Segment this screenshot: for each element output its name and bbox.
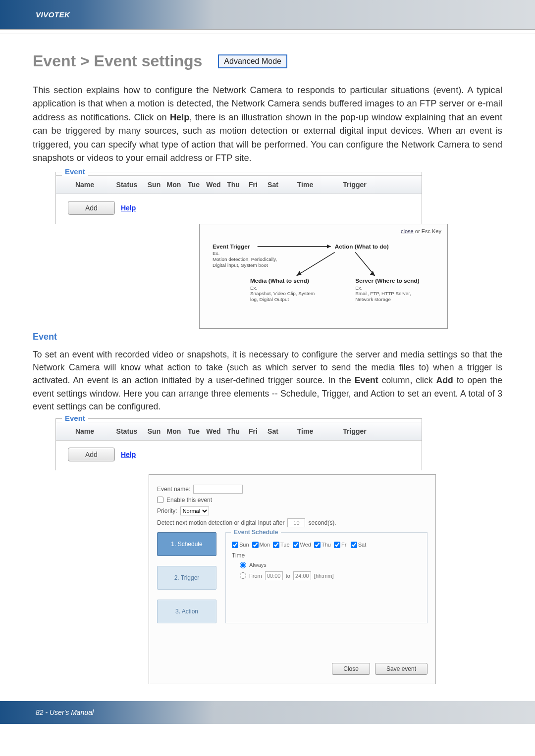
day-sat-checkbox[interactable]	[351, 542, 357, 548]
close-suffix: or Esc Key	[414, 228, 441, 234]
col2-trigger: Trigger	[327, 427, 382, 435]
event-section-heading: Event	[33, 332, 502, 342]
col2-status: Status	[109, 427, 144, 435]
intro-help-bold: Help	[170, 112, 190, 122]
step-schedule-label: 1. Schedule	[171, 541, 202, 548]
header-band: VIVOTEK	[0, 0, 535, 30]
time-always-label: Always	[249, 562, 267, 568]
event-name-input[interactable]	[193, 485, 243, 494]
day-tue: Tue	[280, 542, 290, 548]
time-to-input[interactable]	[293, 571, 311, 580]
event-name-label: Event name:	[157, 486, 190, 493]
col-thu: Thu	[223, 181, 243, 189]
time-label: Time	[232, 552, 421, 559]
day-thu: Thu	[321, 542, 331, 548]
day-mon-checkbox[interactable]	[252, 542, 259, 548]
event-schedule-panel: Event Schedule Sun Mon Tue Wed Thu Fri S…	[225, 532, 428, 623]
time-to-label: to	[286, 573, 290, 579]
day-fri: Fri	[341, 542, 348, 548]
step-action[interactable]: 3. Action	[157, 600, 216, 623]
event-flow-diagram: Event Trigger Ex. Motion detection, Peri…	[209, 232, 438, 316]
svg-text:Network storage: Network storage	[355, 297, 391, 302]
diag-trigger-ex: Ex.	[213, 251, 219, 256]
detect-label-b: second(s).	[308, 519, 336, 526]
advanced-mode-badge: Advanced Mode	[218, 54, 287, 68]
svg-line-2	[297, 252, 335, 275]
popup-close[interactable]: close or Esc Key	[401, 228, 441, 234]
p2-add-bold: Add	[436, 375, 453, 385]
detect-label-a: Detect next motion detection or digital …	[157, 519, 284, 526]
priority-label: Priority:	[157, 507, 177, 514]
event-config-popup: Event name: Enable this event Priority: …	[149, 474, 436, 684]
col-time: Time	[283, 181, 327, 189]
day-fri-checkbox[interactable]	[334, 542, 340, 548]
col-name: Name	[60, 181, 109, 189]
time-always-radio[interactable]	[240, 562, 246, 568]
col2-sat: Sat	[263, 427, 283, 435]
col-tue: Tue	[184, 181, 204, 189]
col2-time: Time	[283, 427, 327, 435]
col2-mon: Mon	[164, 427, 184, 435]
event-panel-2: Event Name Status Sun Mon Tue Wed Thu Fr…	[55, 418, 422, 470]
diag-trigger-title: Event Trigger	[213, 243, 250, 250]
diag-trigger-detail1: Motion detection, Periodically,	[213, 256, 277, 262]
event-table-header: Name Status Sun Mon Tue Wed Thu Fri Sat …	[56, 175, 422, 194]
detect-seconds-input[interactable]	[287, 518, 305, 527]
priority-select[interactable]: Normal	[180, 506, 209, 515]
col-fri: Fri	[243, 181, 263, 189]
p2-event-bold: Event	[355, 375, 378, 385]
add-button-2[interactable]: Add	[68, 448, 115, 461]
diag-media-ex: Ex.	[250, 285, 257, 290]
page-title: Event > Event settings	[33, 52, 202, 70]
svg-marker-5	[370, 271, 375, 276]
event-table-header-2: Name Status Sun Mon Tue Wed Thu Fri Sat …	[56, 422, 422, 441]
save-event-button[interactable]: Save event	[375, 663, 428, 675]
col2-thu: Thu	[223, 427, 243, 435]
day-wed: Wed	[300, 542, 311, 548]
help-diagram-popup: close or Esc Key Event Trigger Ex. Motio…	[199, 224, 448, 329]
col-sat: Sat	[263, 181, 283, 189]
enable-event-label: Enable this event	[166, 497, 212, 504]
footer-text: 82 - User's Manual	[36, 708, 94, 716]
diag-trigger-detail2: Digital input, System boot	[213, 262, 268, 268]
step-trigger-label: 2. Trigger	[174, 574, 200, 581]
time-from-label: From	[249, 573, 262, 579]
add-button[interactable]: Add	[68, 201, 115, 215]
step-trigger[interactable]: 2. Trigger	[157, 566, 216, 590]
help-link[interactable]: Help	[121, 204, 136, 212]
day-sun-checkbox[interactable]	[232, 542, 238, 548]
col-sun: Sun	[144, 181, 164, 189]
diag-server-ex: Ex.	[355, 285, 362, 290]
event-paragraph: To set an event with recorded video or s…	[33, 348, 502, 413]
time-from-radio[interactable]	[240, 572, 246, 579]
day-wed-checkbox[interactable]	[293, 542, 299, 548]
svg-text:log, Digital Output: log, Digital Output	[250, 297, 289, 302]
time-hhmm-hint: [hh:mm]	[314, 573, 334, 579]
page-footer: 82 - User's Manual	[0, 701, 535, 724]
day-tue-checkbox[interactable]	[273, 542, 279, 548]
svg-marker-1	[327, 244, 331, 248]
intro-paragraph: This section explains how to configure t…	[33, 83, 502, 165]
help-link-2[interactable]: Help	[121, 451, 136, 458]
diag-server-title: Server (Where to send)	[355, 277, 420, 284]
col-mon: Mon	[164, 181, 184, 189]
col-trigger: Trigger	[327, 181, 382, 189]
col-wed: Wed	[204, 181, 223, 189]
time-from-input[interactable]	[265, 571, 283, 580]
col2-fri: Fri	[243, 427, 263, 435]
day-mon: Mon	[260, 542, 270, 548]
day-sun: Sun	[239, 542, 249, 548]
svg-text:Snapshot, Video Clip, System: Snapshot, Video Clip, System	[250, 291, 315, 296]
svg-text:Email, FTP, HTTP Server,: Email, FTP, HTTP Server,	[355, 291, 411, 296]
col2-tue: Tue	[184, 427, 204, 435]
event-panel-legend: Event	[62, 167, 88, 176]
close-link[interactable]: close	[401, 228, 414, 234]
diag-media-title: Media (What to send)	[250, 277, 309, 284]
day-thu-checkbox[interactable]	[314, 542, 321, 548]
step-schedule[interactable]: 1. Schedule	[157, 532, 216, 556]
close-button[interactable]: Close	[332, 663, 370, 675]
enable-event-checkbox[interactable]	[157, 497, 163, 503]
day-sat: Sat	[358, 542, 367, 548]
col-status: Status	[109, 181, 144, 189]
event-panel: Event Name Status Sun Mon Tue Wed Thu Fr…	[55, 172, 422, 224]
